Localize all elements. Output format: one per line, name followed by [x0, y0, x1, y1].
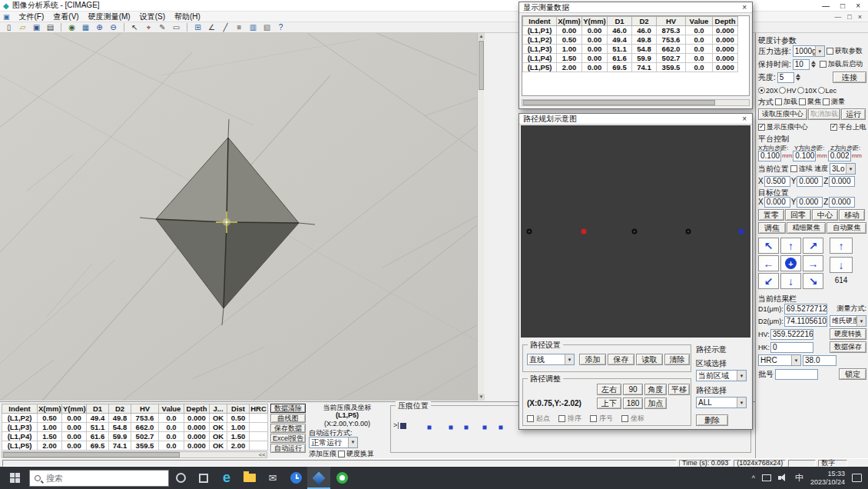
menu-help[interactable]: 帮助(H): [174, 12, 200, 22]
table-row[interactable]: (L1,P3)1.000.0051.154.8662.00.00.000: [523, 45, 738, 54]
pressure-select[interactable]: 1000g▼: [793, 45, 825, 57]
jog-left-button[interactable]: ←: [758, 255, 779, 271]
column-header[interactable]: Dist: [227, 404, 250, 414]
index-checkbox[interactable]: [590, 415, 597, 422]
path-point[interactable]: [527, 229, 532, 235]
add-point-button[interactable]: 加点: [644, 398, 667, 409]
scroll-down-icon[interactable]: ▼: [478, 394, 485, 401]
measure-table-hscroll[interactable]: [522, 99, 750, 106]
save-results-button[interactable]: 保存数据: [270, 424, 306, 433]
angle-icon[interactable]: ∠: [206, 23, 217, 32]
table-row[interactable]: (L1,P1)0.000.0046.046.0875.30.00.000: [523, 26, 738, 35]
indent-mark[interactable]: [483, 426, 487, 430]
taskbar-search[interactable]: [29, 470, 169, 487]
ruler-icon[interactable]: ≡: [234, 23, 245, 32]
column-header[interactable]: HRC: [250, 404, 268, 414]
table-row[interactable]: (L1,P4)1.500.0061.659.9502.70.00.000OK1.…: [2, 432, 268, 441]
table-row[interactable]: (L1,P5)2.000.0069.574.1359.50.00.000OK2.…: [2, 441, 268, 451]
curve-chart-button[interactable]: 曲线图: [270, 414, 306, 423]
target-x-input[interactable]: 0.000: [764, 197, 790, 208]
jog-up-right-button[interactable]: ↗: [803, 238, 823, 254]
indent-mark[interactable]: [465, 426, 469, 430]
line-icon[interactable]: ╱: [220, 23, 231, 32]
load-checkbox[interactable]: [775, 98, 782, 105]
jog-center-button[interactable]: +: [780, 255, 801, 271]
path-point[interactable]: [686, 229, 691, 235]
path-read-button[interactable]: 读取: [636, 354, 663, 365]
clear-data-button[interactable]: 数据清除: [270, 404, 306, 413]
continuous-checkbox[interactable]: [790, 165, 797, 172]
green-app-icon[interactable]: [330, 467, 353, 489]
objective-hv-radio[interactable]: [779, 87, 786, 94]
mdi-close-button[interactable]: ×: [858, 13, 862, 21]
lock-button[interactable]: 锁定: [839, 368, 866, 380]
menu-settings[interactable]: 设置(S): [140, 12, 165, 22]
capture-icon[interactable]: ◉: [66, 23, 78, 32]
connect-button[interactable]: 连接: [833, 72, 866, 83]
auto-run-mode-select[interactable]: 正常运行▼: [309, 437, 358, 448]
menu-hardness[interactable]: 硬度测量(M): [88, 12, 131, 22]
mdi-restore-button[interactable]: □: [847, 13, 851, 21]
scroll-thumb[interactable]: [523, 100, 715, 105]
z-up-button[interactable]: ↑: [830, 238, 853, 254]
rotate-180-button[interactable]: 180: [623, 398, 643, 409]
column-header[interactable]: HV: [131, 404, 159, 414]
measure-checkbox[interactable]: [823, 98, 830, 105]
jog-right-button[interactable]: →: [803, 255, 823, 271]
rotate-90-button[interactable]: 90: [623, 384, 643, 395]
tray-expand-icon[interactable]: ^: [752, 474, 755, 482]
cancel-load-button[interactable]: 取消加载: [808, 108, 840, 120]
path-save-button[interactable]: 保存: [608, 354, 634, 365]
indent-mark[interactable]: [499, 426, 503, 430]
save-data-button[interactable]: 数据保存: [830, 341, 866, 353]
scroll-thumb[interactable]: [3, 452, 180, 457]
auto-focus-button[interactable]: 自动聚焦: [827, 222, 866, 234]
zoom-out-icon[interactable]: ⊖: [108, 23, 119, 32]
column-header[interactable]: X(mm): [557, 17, 582, 26]
image-vertical-scrollbar[interactable]: ▲ ▼: [477, 33, 484, 401]
flip-lr-button[interactable]: 左右: [597, 384, 621, 395]
flip-ud-button[interactable]: 上下: [597, 398, 621, 409]
column-header[interactable]: Y(mm): [62, 404, 87, 414]
excel-report-button[interactable]: Excel报告: [270, 434, 306, 443]
results-table-hscroll[interactable]: <<: [2, 451, 267, 458]
pan-button[interactable]: 平移: [668, 384, 690, 395]
hold-time-stepper[interactable]: [811, 61, 818, 68]
angle-button[interactable]: 角度: [644, 384, 667, 395]
table-row[interactable]: (L1,P2)0.500.0049.449.8753.60.00.000OK0.…: [2, 414, 268, 423]
mail-icon[interactable]: ✉: [261, 467, 284, 489]
delete-path-button[interactable]: 删除: [696, 414, 728, 426]
scroll-left-arrows[interactable]: <<: [259, 451, 266, 458]
image-icon[interactable]: ▦: [80, 23, 91, 32]
platform-power-checkbox[interactable]: [830, 124, 837, 131]
mdi-minimize-button[interactable]: —: [834, 13, 841, 21]
help-icon[interactable]: ?: [275, 23, 287, 32]
table-row[interactable]: (L1,P5)2.000.0069.574.1359.50.00.000: [523, 63, 738, 72]
home-button[interactable]: 回零: [785, 209, 811, 221]
zero-button[interactable]: 置零: [758, 209, 784, 221]
column-header[interactable]: D1: [87, 404, 109, 414]
run-button[interactable]: 运行: [841, 108, 866, 120]
maximize-button[interactable]: □: [840, 2, 845, 10]
action-center-icon[interactable]: [852, 474, 862, 482]
column-header[interactable]: HV: [657, 17, 686, 26]
fine-focus-button[interactable]: 精细聚焦: [787, 222, 827, 234]
path-point[interactable]: [739, 229, 744, 235]
chart-icon[interactable]: ▥: [247, 23, 259, 32]
region-select[interactable]: 当前区域▼: [696, 370, 747, 381]
brightness-stepper[interactable]: [796, 74, 803, 81]
table-row[interactable]: (L1,P3)1.000.0051.154.8662.00.00.000OK1.…: [2, 423, 268, 432]
objective-10x-radio[interactable]: [797, 87, 804, 94]
speed-select[interactable]: 3Lo▼: [830, 163, 856, 175]
current-z-input[interactable]: 0.000: [829, 176, 855, 187]
column-header[interactable]: J...: [210, 404, 227, 414]
step-y-input[interactable]: 0.100: [793, 151, 816, 161]
cimage-app-icon[interactable]: [307, 467, 330, 489]
path-point[interactable]: [632, 229, 638, 235]
target-z-input[interactable]: 0.000: [829, 197, 855, 208]
column-header[interactable]: D2: [109, 404, 131, 414]
jog-down-button[interactable]: ↓: [780, 273, 801, 289]
column-header[interactable]: Depth: [713, 17, 738, 26]
indent-mark[interactable]: [428, 426, 432, 430]
minimize-button[interactable]: —: [822, 2, 830, 10]
